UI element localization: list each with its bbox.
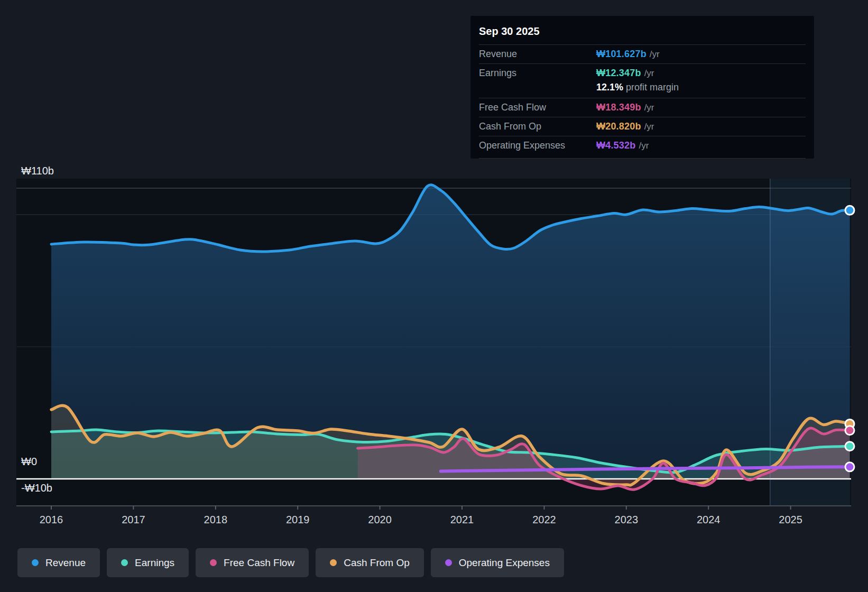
legend-label-opex: Operating Expenses (459, 557, 550, 569)
y-axis-label-0b: ₩0 (21, 456, 37, 467)
legend-item-revenue[interactable]: Revenue (17, 548, 100, 577)
tooltip-value-cashop: ₩20.820b/yr (596, 121, 654, 132)
tooltip-row-cashop: Cash From Op₩20.820b/yr (479, 117, 806, 136)
financials-chart-page: 2016201720182019202020212022202320242025… (0, 0, 868, 592)
tooltip-label-fcf: Free Cash Flow (479, 102, 596, 113)
legend-item-fcf[interactable]: Free Cash Flow (196, 548, 309, 577)
legend-label-revenue: Revenue (45, 557, 86, 569)
y-axis-label--10b: -₩10b (21, 482, 52, 494)
cashop-legend-dot-icon (330, 559, 337, 566)
x-axis-label-2018: 2018 (204, 514, 228, 525)
legend-label-cashop: Cash From Op (344, 557, 410, 569)
tooltip-date: Sep 30 2025 (479, 21, 806, 44)
tooltip-label-revenue: Revenue (479, 49, 596, 60)
x-axis-label-2023: 2023 (615, 514, 639, 525)
legend-label-fcf: Free Cash Flow (224, 557, 294, 569)
x-axis-label-2019: 2019 (286, 514, 310, 525)
revenue-legend-dot-icon (32, 559, 39, 566)
tooltip-rows: Revenue₩101.627b/yrEarnings₩12.347b/yr12… (479, 44, 806, 159)
tooltip-row-fcf: Free Cash Flow₩18.349b/yr (479, 98, 806, 117)
earnings-legend-dot-icon (121, 559, 128, 566)
tooltip-value-fcf: ₩18.349b/yr (596, 102, 654, 113)
x-axis-label-2017: 2017 (122, 514, 145, 525)
tooltip-label-opex: Operating Expenses (479, 140, 596, 151)
x-axis-label-2016: 2016 (40, 514, 63, 525)
x-axis-label-2025: 2025 (779, 514, 802, 525)
tooltip-row-revenue: Revenue₩101.627b/yr (479, 44, 806, 63)
legend-item-opex[interactable]: Operating Expenses (431, 548, 564, 577)
tooltip-profit-margin: 12.1% profit margin (596, 79, 806, 94)
legend-item-cashop[interactable]: Cash From Op (316, 548, 424, 577)
x-axis-label-2020: 2020 (368, 514, 392, 525)
chart-legend: RevenueEarningsFree Cash FlowCash From O… (17, 548, 564, 577)
legend-item-earnings[interactable]: Earnings (107, 548, 189, 577)
endpoint-marker-fcf (845, 426, 854, 435)
tooltip-value-earnings: ₩12.347b/yr (596, 68, 654, 79)
tooltip-value-opex: ₩4.532b/yr (596, 140, 649, 151)
chart-tooltip: Sep 30 2025 Revenue₩101.627b/yrEarnings₩… (470, 16, 814, 159)
tooltip-row-earnings: Earnings₩12.347b/yr12.1% profit margin (479, 63, 806, 98)
endpoint-marker-opex (845, 462, 854, 471)
endpoint-marker-revenue (845, 206, 854, 215)
x-axis-label-2021: 2021 (450, 514, 474, 525)
tooltip-row-opex: Operating Expenses₩4.532b/yr (479, 136, 806, 155)
tooltip-value-revenue: ₩101.627b/yr (596, 49, 660, 60)
tooltip-label-cashop: Cash From Op (479, 121, 596, 132)
y-axis-label-110b: ₩110b (21, 165, 54, 177)
legend-label-earnings: Earnings (135, 557, 174, 569)
endpoint-marker-earnings (845, 442, 854, 451)
fcf-legend-dot-icon (210, 559, 217, 566)
opex-legend-dot-icon (445, 559, 452, 566)
tooltip-label-earnings: Earnings (479, 68, 596, 79)
x-axis-label-2022: 2022 (532, 514, 556, 525)
x-axis-label-2024: 2024 (697, 514, 721, 525)
